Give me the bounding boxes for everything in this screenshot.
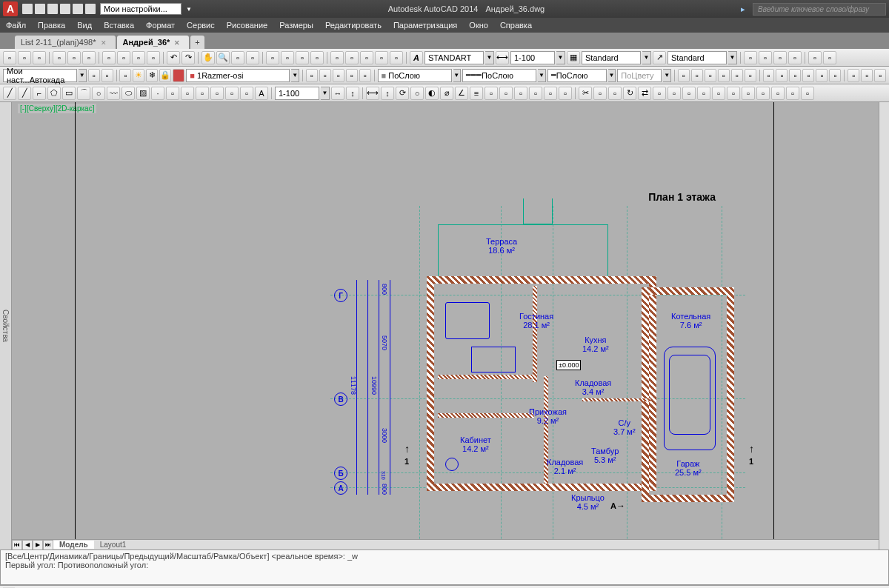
mod4-icon[interactable]: ↻: [623, 87, 636, 100]
dim1-icon[interactable]: ⟷: [366, 87, 379, 100]
zoom-icon[interactable]: 🔍: [216, 51, 230, 64]
cut-icon[interactable]: ▫: [102, 51, 116, 64]
menu-help[interactable]: Справка: [500, 21, 532, 30]
ellipse-icon[interactable]: ⬭: [121, 87, 135, 100]
dim14-icon[interactable]: ▫: [559, 87, 572, 100]
menu-modify[interactable]: Редактировать: [325, 21, 382, 30]
d2-icon[interactable]: ▫: [691, 69, 703, 82]
new-icon[interactable]: ▫: [3, 51, 16, 64]
menu-window[interactable]: Окно: [469, 21, 488, 30]
d4-icon[interactable]: ▫: [718, 69, 730, 82]
mod12-icon[interactable]: ▫: [742, 87, 755, 100]
redo-icon[interactable]: ↷: [182, 51, 195, 64]
scrollbar-horizontal[interactable]: ⏮ ◀ ▶ ⏭ Модель Layout1: [12, 539, 879, 549]
first-icon[interactable]: ⏮: [12, 540, 22, 550]
info-icon[interactable]: ▸: [741, 4, 745, 14]
d13-icon[interactable]: ▫: [848, 69, 859, 82]
qat-print-icon[interactable]: [60, 4, 70, 14]
mod7-icon[interactable]: ▫: [667, 87, 681, 100]
doc-tab-1[interactable]: Андрей_36*✕: [117, 36, 190, 49]
menu-service[interactable]: Сервис: [187, 21, 215, 30]
spline-icon[interactable]: 〰: [107, 87, 120, 100]
snow-icon[interactable]: ❄: [146, 69, 158, 82]
layer-dropdown[interactable]: ■ 1Razmer-osi: [186, 69, 290, 82]
ly5-icon[interactable]: ▫: [359, 69, 371, 82]
scrollbar-vertical[interactable]: [879, 102, 889, 549]
ml-style-dropdown[interactable]: Standard: [667, 51, 727, 64]
menu-dimensions[interactable]: Размеры: [279, 21, 313, 30]
line-icon[interactable]: ╱: [3, 87, 16, 100]
d7-icon[interactable]: ▫: [763, 69, 775, 82]
qat-undo-icon[interactable]: [73, 4, 83, 14]
mod15-icon[interactable]: ▫: [786, 87, 799, 100]
t1-icon[interactable]: ▫: [166, 87, 179, 100]
mod14-icon[interactable]: ▫: [771, 87, 785, 100]
menu-view[interactable]: Вид: [77, 21, 92, 30]
menu-format[interactable]: Формат: [146, 21, 175, 30]
mod1-icon[interactable]: ✂: [579, 87, 592, 100]
mleader-icon[interactable]: ↗: [653, 51, 666, 64]
d10-icon[interactable]: ▫: [802, 69, 814, 82]
tool3-icon[interactable]: ▫: [296, 51, 309, 64]
dim4-icon[interactable]: ○: [410, 87, 424, 100]
tool6-icon[interactable]: ▫: [345, 51, 359, 64]
tool9-icon[interactable]: ▫: [390, 51, 403, 64]
mod13-icon[interactable]: ▫: [756, 87, 770, 100]
tool1-icon[interactable]: ▫: [266, 51, 279, 64]
pline-icon[interactable]: ⌐: [33, 87, 46, 100]
tool5-icon[interactable]: ▫: [330, 51, 344, 64]
menu-insert[interactable]: Вставка: [104, 21, 134, 30]
d5-icon[interactable]: ▫: [731, 69, 743, 82]
layer-state-dropdown[interactable]: Мои наст...Автокада: [3, 69, 77, 82]
color-dropdown[interactable]: ■ ПоСлою: [378, 69, 452, 82]
mod2-icon[interactable]: ▫: [593, 87, 607, 100]
dim2-icon[interactable]: ↕: [381, 87, 394, 100]
extra1-icon[interactable]: ▫: [808, 51, 822, 64]
next-icon[interactable]: ▶: [33, 540, 43, 550]
zoom-previous-icon[interactable]: ▫: [246, 51, 259, 64]
tool4-icon[interactable]: ▫: [310, 51, 324, 64]
menu-parametric[interactable]: Параметризация: [393, 21, 457, 30]
ly3-icon[interactable]: ▫: [333, 69, 344, 82]
dim9-icon[interactable]: ▫: [485, 87, 498, 100]
last-icon[interactable]: ⏭: [43, 540, 53, 550]
t3-icon[interactable]: ▫: [196, 87, 209, 100]
search-input[interactable]: Введите ключевое слово/фразу: [753, 3, 886, 16]
d1-icon[interactable]: ▫: [678, 69, 690, 82]
sun-icon[interactable]: ☀: [133, 69, 144, 82]
drawing-canvas[interactable]: [-][Сверху][2D-каркас] План 1 этажа: [12, 102, 889, 549]
dim6-icon[interactable]: ⌀: [440, 87, 453, 100]
preview-icon[interactable]: ▫: [67, 51, 81, 64]
mod16-icon[interactable]: ▫: [801, 87, 814, 100]
pan-icon[interactable]: ✋: [202, 51, 215, 64]
undo-icon[interactable]: ↶: [167, 51, 180, 64]
close-icon[interactable]: ✕: [101, 39, 107, 47]
d15-icon[interactable]: ▫: [874, 69, 886, 82]
polygon-icon[interactable]: ⬠: [47, 87, 61, 100]
dim-style-dropdown[interactable]: 1-100: [510, 51, 555, 64]
d11-icon[interactable]: ▫: [816, 69, 828, 82]
dim11-icon[interactable]: ▫: [514, 87, 527, 100]
point-icon[interactable]: ·: [151, 87, 164, 100]
dim-icon[interactable]: ⟷: [496, 51, 509, 64]
layer-mgr-icon[interactable]: ▫: [119, 69, 131, 82]
open-icon[interactable]: ▫: [18, 51, 31, 64]
mod3-icon[interactable]: ▫: [608, 87, 622, 100]
mod9-icon[interactable]: ▫: [697, 87, 710, 100]
layout-tab-1[interactable]: Layout1: [94, 541, 133, 549]
lock-icon[interactable]: 🔒: [159, 69, 171, 82]
ly1-icon[interactable]: ▫: [306, 69, 318, 82]
dim8-icon[interactable]: ≡: [470, 87, 483, 100]
print-icon[interactable]: ▫: [53, 51, 66, 64]
mod5-icon[interactable]: ⇄: [638, 87, 651, 100]
mod10-icon[interactable]: ▫: [712, 87, 725, 100]
doc-tab-0[interactable]: List 2-11_(planj)498*✕: [15, 36, 116, 49]
circle-icon[interactable]: ○: [92, 87, 105, 100]
plotstyle-dropdown[interactable]: ПоЦвету: [617, 69, 662, 82]
dim5-icon[interactable]: ◐: [425, 87, 439, 100]
tool8-icon[interactable]: ▫: [375, 51, 388, 64]
menu-draw[interactable]: Рисование: [227, 21, 267, 30]
arc-icon[interactable]: ⌒: [77, 87, 90, 100]
block3-icon[interactable]: ▫: [773, 51, 787, 64]
linetype-dropdown[interactable]: ━━━ ПоСлою: [462, 69, 536, 82]
